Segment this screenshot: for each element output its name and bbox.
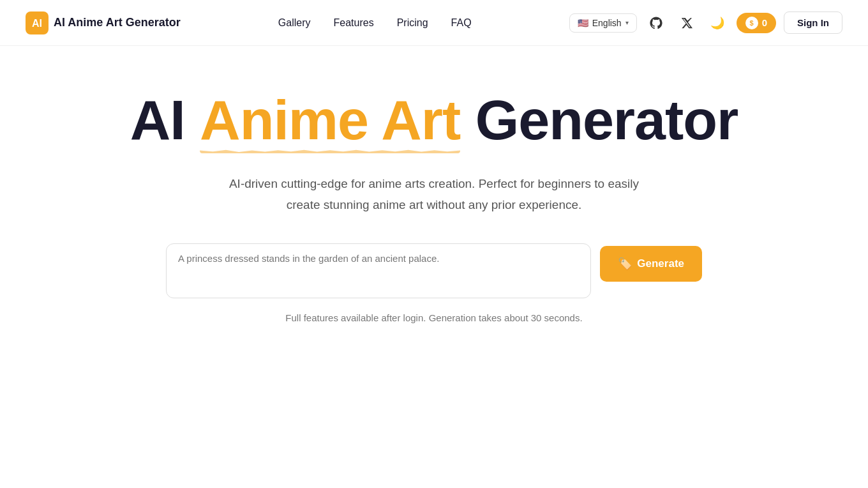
prompt-area: 🏷️ Generate <box>166 243 702 298</box>
hero-title: AI Anime Art Generator <box>130 91 738 149</box>
site-title: AI Anime Art Generator <box>54 16 181 29</box>
prompt-input-wrapper[interactable] <box>166 243 591 298</box>
hero-title-plain-2: Generator <box>475 88 738 151</box>
hint-text: Full features available after login. Gen… <box>285 312 582 323</box>
credits-count: 0 <box>762 17 767 28</box>
language-selector[interactable]: 🇺🇸 English ▾ <box>569 13 637 33</box>
generate-label: Generate <box>637 257 684 270</box>
hero-section: AI Anime Art Generator AI-driven cutting… <box>0 46 868 323</box>
github-icon <box>650 17 662 29</box>
chevron-down-icon: ▾ <box>625 19 629 26</box>
nav-faq[interactable]: FAQ <box>451 17 472 29</box>
dark-mode-toggle[interactable]: 🌙 <box>706 11 729 34</box>
credits-badge[interactable]: $ 0 <box>737 13 776 33</box>
nav-links: Gallery Features Pricing FAQ <box>278 17 472 29</box>
svg-text:AI: AI <box>32 18 42 29</box>
hero-subtitle: AI-driven cutting-edge for anime arts cr… <box>217 174 651 215</box>
nav-pricing[interactable]: Pricing <box>397 17 428 29</box>
nav-features[interactable]: Features <box>334 17 374 29</box>
hero-title-plain-1: AI <box>130 88 185 151</box>
flag-icon: 🇺🇸 <box>578 18 588 28</box>
generate-icon: 🏷️ <box>618 257 632 271</box>
x-twitter-icon <box>680 17 693 29</box>
nav-actions: 🇺🇸 English ▾ 🌙 $ 0 Sign In <box>569 11 842 34</box>
sign-in-button[interactable]: Sign In <box>784 11 842 34</box>
prompt-input[interactable] <box>178 253 579 286</box>
navbar: AI AI Anime Art Generator Gallery Featur… <box>0 0 868 46</box>
generate-button[interactable]: 🏷️ Generate <box>600 246 702 282</box>
moon-icon: 🌙 <box>710 16 724 30</box>
github-link[interactable] <box>645 11 668 34</box>
nav-gallery[interactable]: Gallery <box>278 17 311 29</box>
hero-title-highlight: Anime Art <box>200 91 460 149</box>
language-label: English <box>592 18 622 28</box>
x-twitter-link[interactable] <box>675 11 698 34</box>
nav-brand[interactable]: AI AI Anime Art Generator <box>26 11 181 34</box>
logo-icon: AI <box>26 11 49 34</box>
coin-icon: $ <box>745 17 758 29</box>
